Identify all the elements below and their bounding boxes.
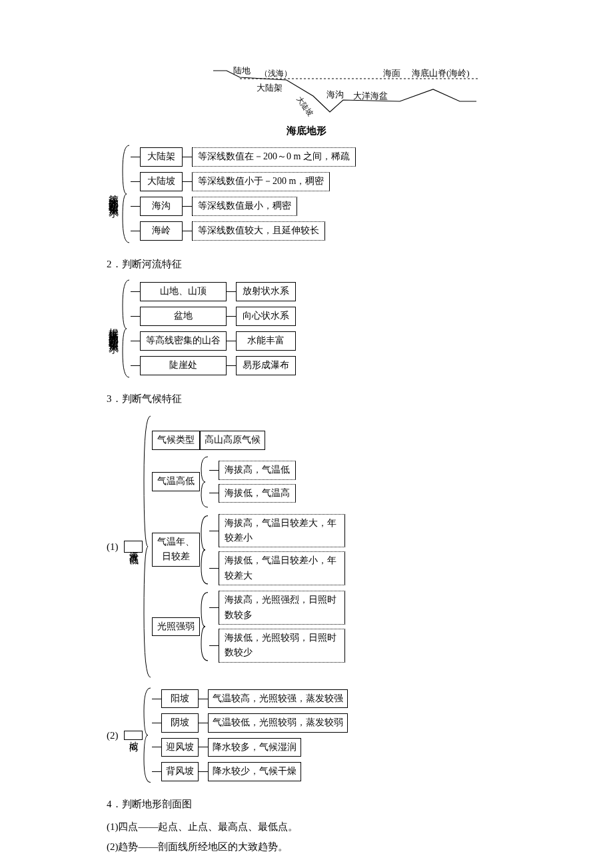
label: 迎风坡	[161, 738, 199, 757]
branch-label: 气温高低	[152, 472, 200, 491]
table-row: 海岭等深线数值较大，且延伸较长	[131, 221, 356, 240]
climate-altitude: (1) 海拔高低 气候类型高山高原气候气温高低海拔高，气温低海拔低，气温高气温年…	[107, 413, 506, 680]
num-2: (2)	[107, 727, 124, 743]
table-row: 陡崖处易形成瀑布	[131, 356, 296, 375]
isobath-root: 等深线的形状和数值大小	[107, 144, 121, 244]
label: 盆地	[140, 307, 227, 325]
leaf: 海拔低，光照较弱，日照时数较少	[219, 629, 345, 663]
label: 陡崖处	[140, 356, 227, 375]
river-root: 根据等高线的形状和数值大小	[107, 279, 121, 379]
leaf-row: 海拔低，气温高	[209, 484, 296, 503]
desc: 水能丰富	[236, 331, 296, 350]
desc: 等深线数值较大，且延伸较长	[192, 221, 325, 240]
num-1: (1)	[107, 539, 124, 555]
leaf: 海拔高，气温日较差大，年较差小	[219, 514, 345, 548]
label-shelf: 大陆架	[257, 83, 283, 93]
label: 阴坡	[161, 713, 199, 732]
branch-label: 气候类型	[152, 431, 200, 449]
brace-icon	[200, 591, 209, 663]
brace-icon	[121, 279, 131, 379]
desc: 降水较多，气候湿润	[208, 738, 301, 757]
seabed-svg: 陆地 （浅海） 大陆架 大陆坡 海沟 海面 大洋海盆 海底山脊(海岭)	[120, 67, 493, 120]
label: 等高线密集的山谷	[140, 331, 227, 350]
section-3-title: 3．判断气候特征	[107, 391, 506, 407]
table-row: 山地、山顶放射状水系	[131, 282, 296, 301]
leaf-row: 海拔低，气温日较差小，年较差大	[209, 551, 345, 585]
seabed-diagram: 陆地 （浅海） 大陆架 大陆坡 海沟 海面 大洋海盆 海底山脊(海岭) 海底地形	[120, 67, 493, 139]
brace-icon	[200, 455, 209, 509]
label-surface: 海面	[383, 68, 400, 78]
branch-row: 气候类型高山高原气候	[152, 431, 345, 449]
label-ridge: 海底山脊(海岭)	[412, 68, 470, 78]
desc: 等深线数值小于－200 m，稠密	[192, 172, 330, 191]
label-slope: 大陆坡	[295, 95, 314, 117]
label: 海沟	[140, 197, 183, 215]
leaf: 海拔高，光照强烈，日照时数较多	[219, 591, 345, 625]
label: 阳坡	[161, 689, 199, 708]
desc: 向心状水系	[236, 307, 296, 325]
desc: 等深线数值在－200～0 m 之间，稀疏	[192, 147, 356, 166]
seabed-caption: 海底地形	[120, 123, 493, 139]
altitude-root: 海拔高低	[124, 541, 143, 553]
branch-row: 气温高低海拔高，气温低海拔低，气温高	[152, 455, 345, 509]
leaf: 海拔低，气温高	[219, 484, 296, 503]
label-land: 陆地	[233, 67, 251, 75]
desc: 易形成瀑布	[236, 356, 296, 375]
label: 大陆架	[140, 147, 183, 166]
s4-p2: (2)趋势——剖面线所经地区的大致趋势。	[107, 839, 506, 855]
label-shallow: （浅海）	[260, 69, 292, 78]
river-bracket: 根据等高线的形状和数值大小 山地、山顶放射状水系盆地向心状水系等高线密集的山谷水…	[107, 279, 506, 379]
brace-icon	[200, 514, 209, 586]
section-2-title: 2．判断河流特征	[107, 256, 506, 272]
desc: 等深线数值最小，稠密	[192, 197, 297, 215]
label-basin: 大洋海盆	[353, 91, 388, 101]
table-row: 阳坡气温较高，光照较强，蒸发较强	[152, 689, 348, 708]
leaf-row: 海拔高，气温日较差大，年较差小	[209, 514, 345, 548]
branch-label: 气温年、日较差	[152, 533, 200, 567]
s4-p1: (1)四点——起点、止点、最高点、最低点。	[107, 819, 506, 835]
label: 背风坡	[161, 762, 199, 781]
branch-label: 光照强弱	[152, 617, 200, 636]
table-row: 等高线密集的山谷水能丰富	[131, 331, 296, 350]
table-row: 大陆架等深线数值在－200～0 m 之间，稀疏	[131, 147, 356, 166]
desc: 气温较低，光照较弱，蒸发较弱	[208, 713, 348, 732]
table-row: 迎风坡降水较多，气候湿润	[152, 738, 348, 757]
label-trench: 海沟	[326, 89, 344, 99]
desc: 降水较少，气候干燥	[208, 762, 301, 781]
table-row: 大陆坡等深线数值小于－200 m，稠密	[131, 172, 356, 191]
table-row: 阴坡气温较低，光照较弱，蒸发较弱	[152, 713, 348, 732]
leaf: 高山高原气候	[200, 431, 265, 449]
leaf: 海拔高，气温低	[219, 461, 296, 479]
slope-root: 坡向	[124, 731, 143, 740]
climate-slope: (2) 坡向 阳坡气温较高，光照较强，蒸发较强阴坡气温较低，光照较弱，蒸发较弱迎…	[107, 687, 506, 784]
isobath-bracket: 等深线的形状和数值大小 大陆架等深线数值在－200～0 m 之间，稀疏大陆坡等深…	[107, 144, 506, 244]
leaf-row: 海拔高，光照强烈，日照时数较多	[209, 591, 345, 625]
leaf-row: 海拔高，气温低	[209, 461, 296, 479]
branch-row: 光照强弱海拔高，光照强烈，日照时数较多海拔低，光照较弱，日照时数较少	[152, 591, 345, 663]
leaf-row: 海拔低，光照较弱，日照时数较少	[209, 629, 345, 663]
table-row: 海沟等深线数值最小，稠密	[131, 197, 356, 215]
table-row: 背风坡降水较少，气候干燥	[152, 762, 348, 781]
desc: 气温较高，光照较强，蒸发较强	[208, 689, 348, 708]
label: 山地、山顶	[140, 282, 227, 301]
desc: 放射状水系	[236, 282, 296, 301]
brace-icon	[121, 144, 131, 244]
label: 大陆坡	[140, 172, 183, 191]
brace-icon	[143, 687, 152, 784]
table-row: 盆地向心状水系	[131, 307, 296, 325]
brace-icon	[143, 413, 152, 680]
section-4-title: 4．判断地形剖面图	[107, 796, 506, 812]
branch-row: 气温年、日较差海拔高，气温日较差大，年较差小海拔低，气温日较差小，年较差大	[152, 514, 345, 586]
leaf: 海拔低，气温日较差小，年较差大	[219, 551, 345, 585]
label: 海岭	[140, 221, 183, 240]
